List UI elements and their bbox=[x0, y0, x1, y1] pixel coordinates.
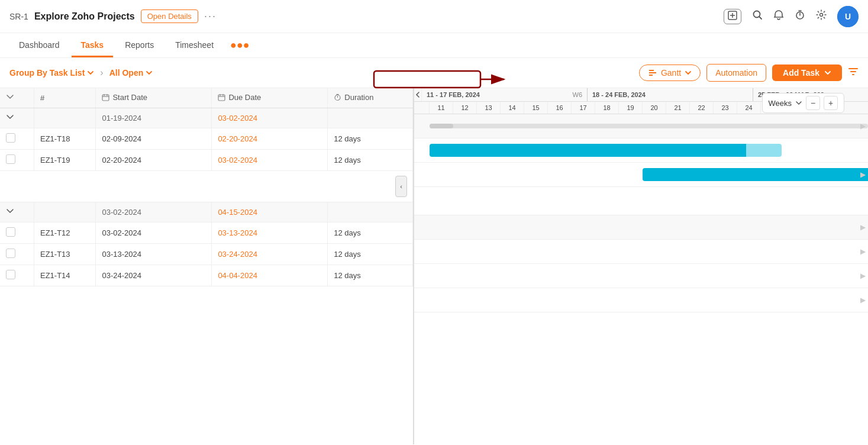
task-duration-ez1t12: 12 days bbox=[328, 222, 413, 244]
svg-point-8 bbox=[820, 14, 823, 17]
col-hash-header: # bbox=[34, 88, 95, 108]
task-table: # Start Date Due Date bbox=[0, 88, 413, 286]
task-check-ez1t12[interactable] bbox=[0, 222, 34, 244]
group-start-1: 01-19-2024 bbox=[96, 108, 212, 128]
task-start-ez1t18: 02-09-2024 bbox=[96, 128, 212, 150]
col-start-header: Start Date bbox=[96, 88, 212, 108]
weeks-label: Weeks bbox=[769, 99, 792, 108]
week-label-1: 11 - 17 FEB, 2024 W6 bbox=[422, 88, 588, 101]
tab-tasks[interactable]: Tasks bbox=[72, 34, 114, 57]
task-checkbox-ez1t14[interactable] bbox=[6, 270, 15, 279]
group-due-1: 03-02-2024 bbox=[212, 108, 328, 128]
toolbar-left: Group By Task List › All Open bbox=[9, 67, 153, 78]
more-options-icon[interactable]: ··· bbox=[204, 10, 217, 22]
task-bar-ez1t19[interactable] bbox=[643, 168, 868, 181]
gantt-header: 11 - 17 FEB, 2024 W6 18 - 24 FEB, 2024 2… bbox=[414, 88, 868, 114]
group-bar-arrow-1 bbox=[430, 124, 453, 128]
task-checkbox-ez1t19[interactable] bbox=[6, 154, 15, 164]
group-hash-2 bbox=[34, 202, 95, 222]
tab-timesheet[interactable]: Timesheet bbox=[166, 34, 223, 57]
collapse-panel-button[interactable]: ‹ bbox=[395, 176, 407, 197]
task-id-ez1t12: EZ1-T12 bbox=[34, 222, 95, 244]
task-check-ez1t13[interactable] bbox=[0, 244, 34, 265]
timer-button[interactable] bbox=[795, 9, 805, 23]
automation-button[interactable]: Automation bbox=[706, 64, 766, 82]
group-row-2: 03-02-2024 04-15-2024 bbox=[0, 202, 413, 222]
nav-more-icon[interactable]: ●●● bbox=[225, 33, 254, 57]
svg-line-4 bbox=[760, 17, 762, 20]
svg-point-3 bbox=[754, 11, 760, 18]
filter-button[interactable] bbox=[848, 66, 859, 80]
project-title: Explore Zoho Projects bbox=[34, 11, 135, 22]
day-20: 20 bbox=[643, 102, 666, 114]
day-13: 13 bbox=[477, 102, 501, 114]
tab-dashboard[interactable]: Dashboard bbox=[9, 34, 69, 57]
gantt-nav-right-2: ▶ bbox=[860, 223, 866, 231]
gantt-rows: ▶ ▶ ▶ bbox=[414, 114, 868, 312]
gantt-button[interactable]: Gantt bbox=[639, 65, 701, 81]
group-due-2: 04-15-2024 bbox=[212, 202, 328, 222]
all-open-label: All Open bbox=[109, 68, 144, 78]
weeks-plus-button[interactable]: + bbox=[824, 96, 838, 110]
tab-reports[interactable]: Reports bbox=[115, 34, 163, 57]
task-duration-ez1t18: 12 days bbox=[328, 128, 413, 150]
week-label-2: 18 - 24 FEB, 2024 bbox=[588, 88, 753, 101]
task-check-ez1t19[interactable] bbox=[0, 150, 34, 171]
task-start-ez1t13: 03-13-2024 bbox=[96, 244, 212, 265]
notifications-button[interactable] bbox=[773, 9, 784, 23]
task-checkbox-ez1t18[interactable] bbox=[6, 133, 15, 143]
group-bar-1 bbox=[430, 124, 868, 128]
task-id-ez1t14: EZ1-T14 bbox=[34, 265, 95, 286]
spacer-cell: ‹ bbox=[0, 171, 413, 202]
day-19: 19 bbox=[619, 102, 643, 114]
toolbar-right: Gantt Automation Add Task bbox=[639, 64, 859, 82]
gantt-nav-right-t19: ▶ bbox=[860, 170, 866, 179]
day-17: 17 bbox=[572, 102, 595, 114]
group-by-button[interactable]: Group By Task List bbox=[9, 68, 94, 78]
group-expand-2[interactable] bbox=[0, 202, 34, 222]
top-bar: SR-1 Explore Zoho Projects Open Details … bbox=[0, 0, 868, 33]
gantt-nav-right-t12: ▶ bbox=[860, 247, 866, 256]
open-details-button[interactable]: Open Details bbox=[141, 9, 198, 23]
add-task-label: Add Task bbox=[783, 68, 819, 78]
add-button[interactable] bbox=[724, 9, 741, 24]
all-open-button[interactable]: All Open bbox=[109, 68, 153, 78]
add-task-button[interactable]: Add Task bbox=[772, 65, 842, 81]
task-row-ez1t13: EZ1-T13 03-13-2024 03-24-2024 12 days bbox=[0, 244, 413, 265]
day-11: 11 bbox=[430, 102, 453, 114]
day-18: 18 bbox=[595, 102, 619, 114]
task-duration-ez1t19: 12 days bbox=[328, 150, 413, 171]
gantt-prev-button[interactable] bbox=[414, 88, 422, 101]
group-expand-1[interactable] bbox=[0, 108, 34, 128]
gantt-task-row-ez1t19: ▶ bbox=[414, 163, 868, 187]
task-bar-ez1t18[interactable] bbox=[430, 144, 761, 157]
day-12: 12 bbox=[453, 102, 477, 114]
settings-button[interactable] bbox=[816, 9, 827, 23]
gantt-nav-right-t13: ▶ bbox=[860, 272, 866, 280]
task-checkbox-ez1t13[interactable] bbox=[6, 249, 15, 258]
gantt-label: Gantt bbox=[661, 68, 681, 78]
svg-rect-17 bbox=[102, 95, 109, 101]
gantt-panel: 11 - 17 FEB, 2024 W6 18 - 24 FEB, 2024 2… bbox=[414, 88, 868, 444]
top-bar-left: SR-1 Explore Zoho Projects Open Details … bbox=[9, 9, 217, 23]
col-due-header: Due Date bbox=[212, 88, 328, 108]
task-check-ez1t14[interactable] bbox=[0, 265, 34, 286]
task-checkbox-ez1t12[interactable] bbox=[6, 227, 15, 237]
task-due-ez1t18: 02-20-2024 bbox=[212, 128, 328, 150]
task-check-ez1t18[interactable] bbox=[0, 128, 34, 150]
gantt-nav-right-t14: ▶ bbox=[860, 296, 866, 304]
search-button[interactable] bbox=[752, 9, 763, 23]
task-row-ez1t18: EZ1-T18 02-09-2024 02-20-2024 12 days bbox=[0, 128, 413, 150]
task-bar-ez1t18-overflow bbox=[746, 144, 782, 157]
avatar[interactable]: U bbox=[837, 6, 859, 27]
main-content: # Start Date Due Date bbox=[0, 88, 868, 444]
weeks-minus-button[interactable]: − bbox=[806, 96, 820, 110]
task-row-ez1t19: EZ1-T19 02-20-2024 03-02-2024 12 days bbox=[0, 150, 413, 171]
gantt-spacer-row bbox=[414, 187, 868, 215]
task-row-ez1t12: EZ1-T12 03-02-2024 03-13-2024 12 days bbox=[0, 222, 413, 244]
gantt-task-row-ez1t14: ▶ bbox=[414, 288, 868, 312]
project-id: SR-1 bbox=[9, 12, 28, 21]
day-21: 21 bbox=[666, 102, 690, 114]
task-due-ez1t13: 03-24-2024 bbox=[212, 244, 328, 265]
group-duration-2 bbox=[328, 202, 413, 222]
